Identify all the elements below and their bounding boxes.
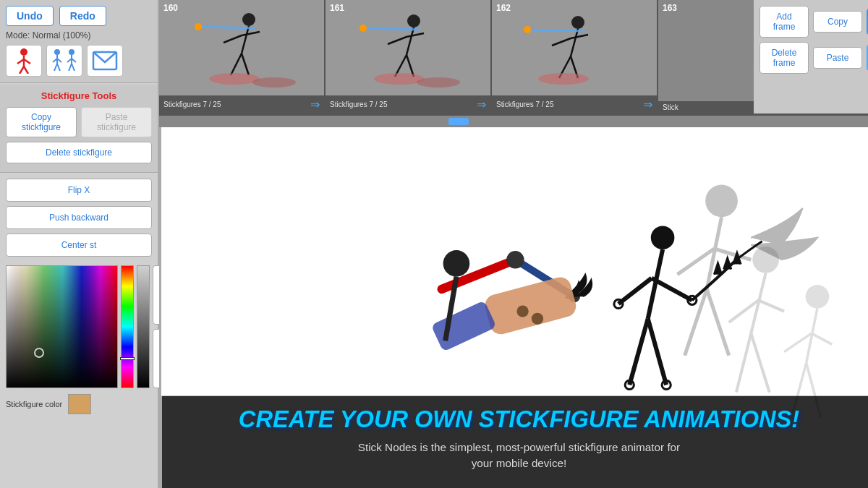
undo-button[interactable]: Undo (6, 6, 54, 26)
svg-line-16 (69, 64, 72, 71)
scroll-thumb[interactable] (448, 118, 469, 125)
svg-point-0 (20, 48, 27, 56)
transform-section: Flip X Push backward Center st (0, 173, 158, 262)
svg-point-32 (209, 73, 260, 85)
svg-text:your mobile device!: your mobile device! (472, 457, 567, 469)
frame-161-canvas (326, 0, 490, 95)
flipx-button[interactable]: Flip X (6, 179, 152, 202)
frame-160-canvas (159, 0, 324, 95)
svg-point-93 (506, 251, 524, 268)
scroll-bar-area[interactable] (159, 116, 868, 127)
svg-line-41 (363, 28, 420, 30)
svg-point-44 (417, 77, 460, 87)
frame-162-footer: Stickfigures 7 / 25 ⇒ (492, 95, 657, 114)
svg-point-81 (651, 226, 675, 249)
svg-line-4 (20, 67, 24, 74)
add-frame-button[interactable]: Add frame (760, 6, 809, 38)
svg-text:Stick Nodes is the simplest, m: Stick Nodes is the simplest, most-powerf… (358, 441, 680, 453)
brightness-slider[interactable] (137, 265, 150, 388)
stickfigure-color-label: Stickfigure color (6, 400, 62, 408)
mode-label: Mode: Normal (100%) (6, 30, 152, 40)
left-panel: Undo Redo Mode: Normal (100%) (0, 0, 159, 488)
frame-163-canvas (658, 0, 754, 101)
frame-163-number: 163 (663, 3, 677, 13)
frame-161[interactable]: 161 (326, 0, 492, 114)
center-button[interactable]: Center st (6, 234, 152, 257)
frame-162[interactable]: 162 (492, 0, 658, 114)
svg-point-12 (69, 49, 75, 55)
frame-160-arrow: ⇒ (310, 98, 320, 111)
svg-line-5 (24, 67, 28, 74)
frame-160-number: 160 (163, 3, 178, 13)
svg-point-6 (54, 49, 60, 55)
svg-line-10 (54, 64, 57, 71)
svg-rect-21 (7, 266, 118, 388)
svg-point-35 (407, 14, 420, 27)
main-canvas: CREATE YOUR OWN STICKFIGURE ANIMATIONS! … (159, 127, 868, 488)
copy-stickfigure-button[interactable]: Copy stickfigure (6, 107, 77, 137)
frame-162-canvas (492, 0, 657, 95)
top-controls: Undo Redo Mode: Normal (100%) (0, 0, 158, 83)
svg-point-33 (252, 77, 296, 87)
paste-frame-button[interactable]: Paste (813, 47, 862, 69)
redo-button[interactable]: Redo (59, 6, 106, 26)
delete-stickfigure-button[interactable]: Delete stickfigure (6, 142, 152, 163)
color-swatch-row: Stickfigure color (6, 391, 152, 417)
svg-point-24 (242, 13, 255, 26)
frame-162-label: Stickfigures 7 / 25 (496, 100, 553, 108)
svg-point-99 (443, 250, 470, 277)
svg-point-31 (195, 23, 202, 30)
undo-redo-row: Undo Redo (6, 6, 152, 26)
hue-cursor (120, 357, 135, 360)
frame-162-arrow: ⇒ (643, 98, 652, 111)
svg-point-96 (516, 305, 528, 317)
stickfigure-tools-section: Stickfigure Tools Copy stickfigure Paste… (0, 85, 158, 173)
svg-line-17 (72, 64, 75, 71)
frame-controls: Add frame Copy ▶ Delete frame Paste ■ (754, 0, 868, 114)
paste-stickfigure-button[interactable]: Paste stickfigure (81, 107, 152, 137)
delete-frame-button[interactable]: Delete frame (760, 42, 809, 74)
copy-frame-button[interactable]: Copy (813, 11, 862, 33)
tool-icons-row (6, 45, 152, 77)
color-picker-section: Copy color Paste color Stickfigure color (6, 265, 152, 417)
frame-162-number: 162 (496, 3, 511, 13)
frame-163-label: Stick (663, 103, 678, 111)
frame-160[interactable]: 160 (159, 0, 326, 114)
delete-paste-row: Delete frame Paste ■ (760, 42, 868, 74)
color-gradient-box[interactable] (6, 265, 118, 388)
frames-strip: 160 (159, 0, 754, 114)
frame-163[interactable]: 163 Stick (658, 0, 754, 114)
canvas-white[interactable]: CREATE YOUR OWN STICKFIGURE ANIMATIONS! … (161, 127, 868, 488)
frame-163-footer: Stick (658, 101, 754, 114)
frame-160-footer: Stickfigures 7 / 25 ⇒ (159, 95, 324, 114)
svg-point-42 (359, 25, 367, 32)
frame-161-footer: Stickfigures 7 / 25 ⇒ (326, 95, 490, 114)
svg-line-2 (17, 59, 24, 64)
frame-161-number: 161 (330, 3, 344, 13)
color-swatch[interactable] (68, 394, 91, 414)
frame-160-label: Stickfigures 7 / 25 (163, 100, 221, 108)
frame-161-label: Stickfigures 7 / 25 (330, 100, 387, 108)
svg-point-75 (806, 285, 830, 309)
envelope-tool[interactable] (87, 45, 123, 77)
svg-text:CREATE YOUR OWN STICKFIGURE AN: CREATE YOUR OWN STICKFIGURE ANIMATIONS! (239, 406, 799, 432)
svg-line-3 (24, 59, 30, 64)
stickfigure-tools-title: Stickfigure Tools (6, 90, 152, 101)
svg-point-97 (532, 313, 543, 325)
svg-line-30 (198, 27, 255, 28)
svg-point-46 (571, 16, 584, 29)
svg-point-69 (752, 247, 779, 273)
single-figure-tool[interactable] (6, 45, 42, 77)
push-backward-button[interactable]: Push backward (6, 206, 152, 229)
right-area: 160 (159, 0, 868, 488)
svg-line-52 (527, 30, 584, 31)
svg-point-63 (705, 184, 738, 217)
color-picker-container: Copy color Paste color (6, 265, 152, 388)
hue-slider[interactable] (121, 265, 134, 388)
top-strip: 160 (159, 0, 868, 116)
copy-paste-row: Copy stickfigure Paste stickfigure (6, 107, 152, 137)
add-copy-row: Add frame Copy ▶ (760, 6, 868, 38)
frame-161-arrow: ⇒ (477, 98, 486, 111)
multi-figure-tool[interactable] (46, 45, 82, 77)
svg-point-54 (538, 73, 589, 85)
